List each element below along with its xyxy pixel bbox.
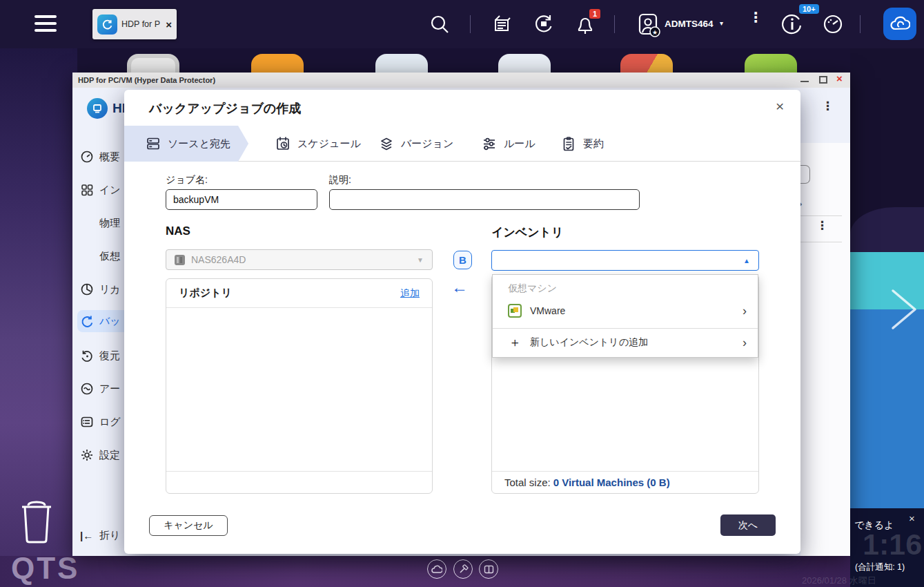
sidebar-item-recovery[interactable]: リカ xyxy=(80,278,128,300)
job-name-input[interactable] xyxy=(166,189,317,210)
tab-source-destination[interactable]: ソースと宛先 xyxy=(124,126,248,162)
user-menu-caret-icon[interactable]: ▾ xyxy=(720,19,723,27)
sidebar-item-logs[interactable]: ログ xyxy=(80,411,128,433)
taskbar-tab-close-icon[interactable]: × xyxy=(166,19,172,30)
sidebar-item-restore[interactable]: 復元 xyxy=(80,345,128,367)
user-account-icon[interactable]: ★ xyxy=(636,12,661,38)
sidebar-label: 仮想 xyxy=(99,250,120,263)
collapse-icon: |← xyxy=(80,530,94,541)
dock-cloud-icon[interactable] xyxy=(427,559,446,579)
sidebar-item-archive[interactable]: アー xyxy=(80,378,128,400)
restore-history-icon xyxy=(80,349,94,363)
repository-panel: リポジトリ 追加 xyxy=(166,278,433,494)
taskbar: HDP for PC/... × 1 ★ AD xyxy=(0,0,924,48)
taskbar-divider xyxy=(860,15,861,33)
sidebar-label: リカ xyxy=(99,283,121,296)
wallpaper-next-arrow-icon[interactable] xyxy=(889,287,921,332)
app-content-fragment: › ⋮ xyxy=(800,143,850,556)
total-size-prefix: Total size: xyxy=(504,477,551,488)
background-tasks-icon[interactable] xyxy=(491,14,512,35)
app-header-kebab-icon[interactable]: ⋮ xyxy=(822,104,834,109)
button-fragment xyxy=(800,165,810,184)
dialog-title: バックアップジョブの作成 xyxy=(149,100,301,117)
nas-device-icon xyxy=(175,255,185,265)
next-button[interactable]: 次へ xyxy=(720,514,776,536)
resource-monitor-icon[interactable] xyxy=(823,14,843,35)
sidebar-item-virtual[interactable]: 仮想 xyxy=(80,245,128,267)
sidebar-item-inventory[interactable]: イン xyxy=(80,179,128,201)
recycle-bin-icon[interactable] xyxy=(17,499,57,544)
schedule-icon xyxy=(275,135,291,152)
sidebar-collapse-label: 折り xyxy=(99,529,120,542)
sidebar-item-backup[interactable]: バッ xyxy=(77,310,129,332)
window-close-icon[interactable]: × xyxy=(836,75,845,83)
myqnapcloud-button[interactable] xyxy=(883,8,916,40)
dock-manual-icon[interactable] xyxy=(479,559,498,579)
add-repository-link[interactable]: 追加 xyxy=(400,287,420,300)
dialog-close-icon[interactable]: × xyxy=(776,98,784,115)
sidebar-label: 物理 xyxy=(99,217,120,230)
source-destination-icon xyxy=(145,135,161,152)
main-menu-icon[interactable] xyxy=(35,15,57,36)
cancel-button[interactable]: キャンセル xyxy=(149,515,228,536)
taskbar-tab-hdp[interactable]: HDP for PC/... × xyxy=(92,9,177,39)
toast-close-icon[interactable]: × xyxy=(909,512,915,524)
log-icon xyxy=(80,415,94,429)
sidebar-item-settings[interactable]: 設定 xyxy=(80,444,128,466)
taskbar-divider xyxy=(614,15,615,33)
toast-message: できるよ xyxy=(854,519,894,532)
sidebar-label: 概要 xyxy=(99,151,120,164)
menu-item-add-inventory[interactable]: ＋ 新しいインベントリの追加 › xyxy=(493,329,758,356)
tab-version[interactable]: バージョン xyxy=(378,126,453,162)
taskbar-divider xyxy=(470,15,471,33)
sync-devices-icon[interactable] xyxy=(533,12,555,36)
tab-summary[interactable]: 要約 xyxy=(560,126,604,162)
divider xyxy=(800,242,842,242)
notification-toast: 1:16 2026/01/28 水曜日 できるよ × (合計通知: 1) xyxy=(850,508,924,587)
menu-item-vmware[interactable]: VMware › xyxy=(493,297,758,325)
window-maximize-icon[interactable] xyxy=(819,76,827,84)
tab-label: バージョン xyxy=(401,137,453,151)
inventory-heading: インベントリ xyxy=(491,224,563,240)
chevron-right-icon: › xyxy=(743,336,747,350)
layers-icon xyxy=(378,135,395,152)
sync-icon xyxy=(80,314,94,328)
nas-select[interactable]: NAS626A4D ▼ xyxy=(166,249,433,270)
description-input[interactable] xyxy=(329,189,640,210)
divider xyxy=(800,215,842,216)
tab-schedule[interactable]: スケジュール xyxy=(275,126,361,162)
sidebar-item-physical[interactable]: 物理 xyxy=(80,212,128,234)
desktop-date: 2026/01/28 水曜日 xyxy=(802,575,876,587)
tab-rules[interactable]: ルール xyxy=(481,126,535,162)
window-titlebar[interactable]: HDP for PC/VM (Hyper Data Protector) xyxy=(72,73,850,88)
svg-text:★: ★ xyxy=(652,29,658,36)
user-name[interactable]: ADMTS464 xyxy=(665,19,714,29)
pie-chart-icon xyxy=(80,282,94,296)
notification-badge: 1 xyxy=(589,9,600,19)
gear-icon xyxy=(80,448,94,462)
grid-icon xyxy=(80,183,94,197)
sidebar-collapse[interactable]: |← 折り xyxy=(80,524,128,546)
repository-heading: リポジトリ xyxy=(179,287,400,300)
more-options-icon[interactable]: ⋮ xyxy=(749,14,763,21)
menu-item-label: 新しいインベントリの追加 xyxy=(530,336,734,349)
dock-utilities-icon[interactable] xyxy=(453,559,473,579)
sidebar-item-overview[interactable]: 概要 xyxy=(80,146,128,168)
nas-selected-value: NAS626A4D xyxy=(191,254,411,265)
cloud-icon xyxy=(889,16,910,32)
kebab-menu-icon[interactable]: ⋮ xyxy=(816,223,828,229)
caret-up-icon: ▲ xyxy=(743,257,750,264)
search-icon[interactable] xyxy=(429,14,450,35)
window-minimize-icon[interactable] xyxy=(800,76,809,82)
plus-icon: ＋ xyxy=(508,334,522,351)
tab-label: 要約 xyxy=(583,137,604,151)
system-info-badge: 10+ xyxy=(799,4,819,14)
system-info-icon[interactable] xyxy=(781,13,803,37)
repository-panel-footer xyxy=(166,471,432,493)
caret-down-icon: ▼ xyxy=(417,256,424,264)
tab-label: ソースと宛先 xyxy=(168,137,230,151)
shortcut-b-badge: B xyxy=(453,251,472,269)
tab-label: スケジュール xyxy=(297,137,361,151)
left-arrow-icon: ← xyxy=(451,278,468,297)
inventory-select[interactable]: ▲ xyxy=(491,250,759,271)
